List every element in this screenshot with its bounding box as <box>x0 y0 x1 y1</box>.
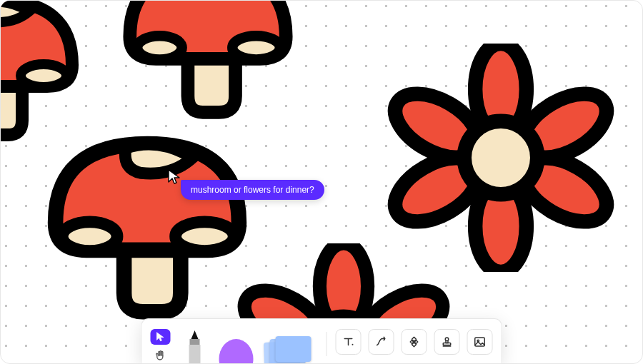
whiteboard-frame: mushroom or flowers for dinner? <box>0 0 643 364</box>
pointer-tool-group <box>151 329 171 363</box>
text-tool[interactable] <box>336 329 362 355</box>
toolbar <box>141 318 502 363</box>
canvas[interactable]: mushroom or flowers for dinner? <box>1 1 642 363</box>
hand-tool[interactable] <box>151 348 171 363</box>
collaborator-cursor <box>167 169 181 185</box>
svg-rect-22 <box>443 343 451 345</box>
flower-sticker[interactable] <box>387 44 615 275</box>
svg-point-20 <box>352 344 354 345</box>
svg-point-12 <box>464 121 537 194</box>
svg-point-1 <box>21 64 66 87</box>
image-tool[interactable] <box>467 329 493 355</box>
svg-point-4 <box>62 222 117 251</box>
sticky-note-tool[interactable] <box>261 330 318 363</box>
svg-point-2 <box>137 36 181 59</box>
collaborator-label: mushroom or flowers for dinner? <box>181 180 324 200</box>
toolbar-separator <box>327 332 327 356</box>
connector-tool[interactable] <box>369 329 394 355</box>
select-tool[interactable] <box>151 329 171 345</box>
widgets-tool[interactable] <box>402 329 427 355</box>
pen-tool[interactable] <box>178 330 212 363</box>
stamp-tool[interactable] <box>434 329 460 355</box>
mushroom-sticker[interactable] <box>115 0 301 128</box>
svg-point-5 <box>176 222 234 251</box>
shape-tool[interactable] <box>219 330 254 363</box>
svg-rect-23 <box>475 338 485 346</box>
svg-point-3 <box>232 36 280 59</box>
mushroom-sticker[interactable] <box>40 111 254 328</box>
